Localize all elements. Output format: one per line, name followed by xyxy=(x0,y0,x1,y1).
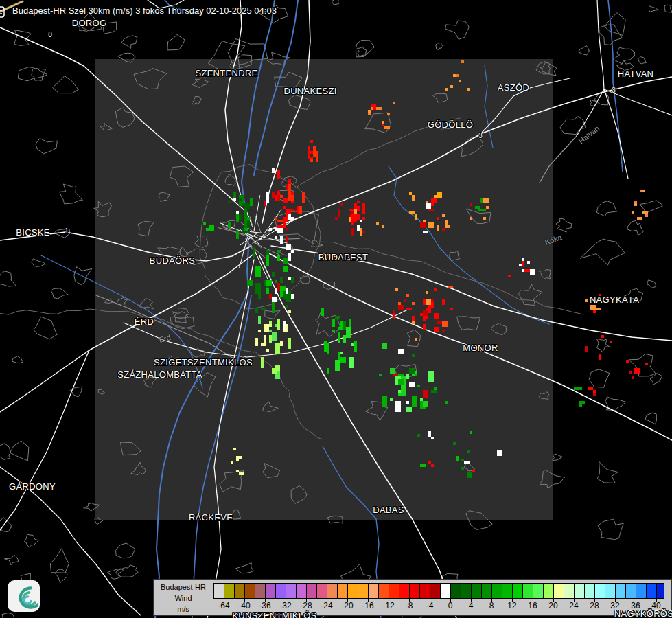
road-number-shield: 3 xyxy=(612,87,616,94)
legend-tick-label: 12 xyxy=(507,601,516,610)
legend-tick-label: 20 xyxy=(548,601,557,610)
map-labels-layer: DOROGSZENTENDREDUNAKESZIASZÓDHATVANGÖDÖL… xyxy=(0,0,672,618)
legend-cell xyxy=(626,584,636,598)
legend-cell xyxy=(513,584,523,598)
city-label: DABAS xyxy=(373,505,404,515)
minor-place-label: Érd xyxy=(158,333,172,344)
legend-cell xyxy=(595,584,605,598)
legend-tick-label: 16 xyxy=(528,601,537,610)
legend-tick-label: -28 xyxy=(300,601,312,610)
legend-name: Budapest-HR Wind m/s xyxy=(155,582,211,615)
legend-cell xyxy=(410,584,420,598)
city-label: GÖDÖLLÖ xyxy=(428,119,473,130)
city-label: HATVAN xyxy=(618,69,654,79)
minor-place-label: Kóka xyxy=(544,233,563,247)
legend-cell xyxy=(544,584,554,598)
city-label: ÉRD xyxy=(135,317,154,327)
legend-cell xyxy=(605,584,616,598)
legend-cell xyxy=(430,584,441,598)
city-label: DOROG xyxy=(72,18,107,28)
city-label: MONOR xyxy=(463,343,498,353)
road-number-shield: 1 xyxy=(65,227,69,235)
legend-cell xyxy=(636,584,647,598)
city-label: SZENTENDRE xyxy=(195,68,257,78)
city-label: BUDAPEST xyxy=(318,252,368,262)
road-number-shield: 3 xyxy=(478,132,483,139)
legend-cell xyxy=(224,584,235,598)
city-label: DUNAKESZI xyxy=(283,86,336,96)
legend-cell xyxy=(266,584,276,598)
legend-tick-label: -40 xyxy=(238,601,250,610)
city-label: RÁCKEVE xyxy=(189,512,233,523)
legend-cell xyxy=(585,584,595,598)
legend-cell xyxy=(379,584,389,598)
radar-display: DOROGSZENTENDREDUNAKESZIASZÓDHATVANGÖDÖL… xyxy=(0,0,672,618)
minor-place-label: Hatvan xyxy=(577,124,601,146)
legend-tick-label: -4 xyxy=(426,601,434,610)
legend-name-line2: Wind xyxy=(155,593,211,604)
legend-tick-label: -24 xyxy=(321,601,332,610)
city-label: NAGYKÖRÖS xyxy=(614,608,672,618)
legend-tick-label: 28 xyxy=(590,601,599,610)
legend-tick-label: 24 xyxy=(569,601,578,610)
legend-cell xyxy=(399,584,410,598)
legend-tick-label: -16 xyxy=(362,601,373,610)
legend-cell xyxy=(533,584,544,598)
city-label: KUNSZENTMIKLÓS xyxy=(232,610,316,618)
legend-cell xyxy=(276,584,286,598)
legend-tick-label: 8 xyxy=(489,601,494,610)
legend-tick-label: -36 xyxy=(259,601,270,610)
legend-cell xyxy=(420,584,430,598)
legend-cell xyxy=(575,584,585,598)
legend-name-line3: m/s xyxy=(155,604,211,615)
legend-cell xyxy=(307,584,317,598)
city-label: SZÁZHALOMBATTA xyxy=(117,369,202,380)
legend-cell xyxy=(338,584,348,598)
legend-cell xyxy=(492,584,502,598)
legend-name-line1: Budapest-HR xyxy=(155,582,211,593)
city-label: BUDAÖRS xyxy=(150,255,195,266)
legend-cell xyxy=(235,584,245,598)
legend-cell xyxy=(348,584,358,598)
city-label: ASZÓD xyxy=(498,82,529,93)
legend-cell xyxy=(616,584,626,598)
legend-cell xyxy=(286,584,297,598)
legend-cell xyxy=(647,584,657,598)
city-label: BICSKE xyxy=(16,227,49,238)
legend-cell xyxy=(389,584,399,598)
legend-cell xyxy=(482,584,492,598)
page-title: Budapest-HR Szél 30km (m/s) 3 fokos Thur… xyxy=(12,5,277,16)
legend-cell xyxy=(245,584,255,598)
legend-cell xyxy=(369,584,379,598)
legend-cell xyxy=(327,584,338,598)
omsz-logo-partial-icon xyxy=(0,6,11,19)
legend-tick-label: 0 xyxy=(448,601,453,610)
legend-cell xyxy=(564,584,575,598)
road-number-shield: 0 xyxy=(48,31,52,38)
legend-cell xyxy=(451,584,461,598)
cyclone-spiral-logo xyxy=(8,580,40,612)
legend-cell xyxy=(502,584,513,598)
legend-cell xyxy=(358,584,369,598)
legend-tick-label: -64 xyxy=(218,601,229,610)
legend-cell xyxy=(441,584,451,598)
legend-cell xyxy=(461,584,472,598)
city-label: GÁRDONY xyxy=(9,481,56,492)
spiral-icon xyxy=(10,582,38,610)
legend-cell xyxy=(472,584,482,598)
legend-cell xyxy=(255,584,266,598)
legend-tick-label: 4 xyxy=(469,601,474,610)
legend-cell xyxy=(554,584,564,598)
legend-tick-label: -32 xyxy=(279,601,291,610)
city-label: SZIGETSZENTMIKLÓS xyxy=(154,357,253,367)
legend-cell xyxy=(317,584,327,598)
legend-cell xyxy=(214,584,224,598)
city-label: NAGYKÁTA xyxy=(590,295,639,305)
legend-tick-label: -8 xyxy=(406,601,413,610)
legend-tick-label: -20 xyxy=(341,601,353,610)
legend: Budapest-HR Wind m/s -64-40-36-32-28-24-… xyxy=(153,579,672,616)
legend-colorbar xyxy=(213,583,664,599)
legend-cell xyxy=(657,584,664,598)
legend-cell xyxy=(523,584,533,598)
legend-tick-label: -12 xyxy=(382,601,394,610)
